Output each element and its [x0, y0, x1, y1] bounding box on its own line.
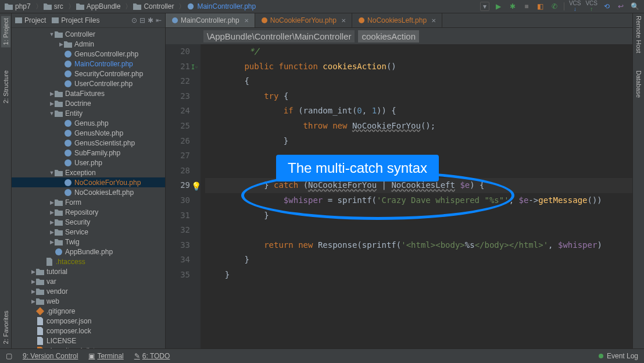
status-bar: ▢ 9: Version Control ▣Terminal ✎6: TODO … [0, 348, 644, 363]
tree-row[interactable]: ▼Exception [12, 168, 165, 177]
gutter[interactable]: 20212223242526272829303132333435I◦💡 [166, 44, 201, 348]
coverage-icon[interactable]: ◧ [536, 2, 545, 11]
breadcrumb-item[interactable]: Controller [133, 2, 174, 10]
php-icon [64, 50, 72, 58]
php-icon [64, 139, 72, 147]
listen-icon[interactable]: ✆ [550, 2, 559, 11]
dir-icon [55, 169, 63, 177]
editor-tab[interactable]: NoCookiesLeft.php✕ [352, 13, 442, 27]
vcs-commit[interactable]: VCS↑ [585, 1, 598, 12]
tree-row[interactable]: GenusNote.php [12, 128, 165, 138]
tree-row[interactable]: ▶Repository [12, 207, 165, 217]
tree-row[interactable]: GenusScientist.php [12, 138, 165, 148]
tree-row[interactable]: NoCookiesLeft.php [12, 187, 165, 197]
tree-row[interactable]: ▶var [12, 276, 165, 286]
tree-row[interactable]: ▶vendor [12, 286, 165, 296]
tree-row[interactable]: ▶Admin [12, 39, 165, 49]
project-files-tab[interactable]: Project Files [52, 16, 99, 24]
close-icon[interactable]: ✕ [341, 17, 346, 24]
php-icon [64, 80, 72, 88]
dir-icon [36, 297, 44, 305]
tree-row[interactable]: AppBundle.php [12, 247, 165, 257]
run-config-dropdown[interactable]: ▾ [480, 2, 489, 11]
rail-database[interactable]: Database [635, 70, 642, 98]
toolbar-right: ▾ ▶ ✱ ■ ◧ ✆ VCS↓ VCS↑ ⟲ ↩ 🔍 [480, 1, 639, 12]
tree-row[interactable]: GenusController.php [12, 49, 165, 59]
rail-project[interactable]: 1: Project [1, 16, 10, 47]
tree-row[interactable]: ▶Service [12, 227, 165, 237]
right-rail: Remote Host Database [632, 13, 644, 348]
revert-icon[interactable]: ↩ [616, 2, 625, 11]
tree-row[interactable]: LICENSE [12, 336, 165, 346]
tree-row[interactable]: composer.lock [12, 326, 165, 336]
rail-structure[interactable]: 2: Structure [2, 70, 9, 104]
file-tree[interactable]: ▼Controller▶AdminGenusController.phpMain… [12, 28, 165, 348]
tree-row[interactable]: phpunit.xml.dist [12, 346, 165, 348]
tree-row[interactable]: ▶DataFixtures [12, 88, 165, 98]
breadcrumb-item[interactable]: AppBundle [76, 2, 121, 10]
code-area[interactable]: 20212223242526272829303132333435I◦💡 */ p… [166, 44, 632, 348]
tree-row[interactable]: ▶Twig [12, 237, 165, 247]
lock-icon [36, 327, 44, 335]
debug-icon[interactable]: ✱ [508, 2, 517, 11]
dir-icon [36, 268, 44, 276]
php-icon [64, 179, 72, 187]
event-log[interactable]: Event Log [607, 352, 638, 360]
history-icon[interactable]: ⟲ [602, 2, 611, 11]
dir-icon [36, 287, 44, 296]
breadcrumb-item[interactable]: php7 [5, 2, 31, 10]
editor-tab[interactable]: MainController.php✕ [166, 13, 255, 27]
gear-icon[interactable]: ✱ [148, 16, 153, 24]
tree-row[interactable]: SubFamily.php [12, 148, 165, 158]
close-icon[interactable]: ✕ [244, 17, 249, 24]
breadcrumb-item[interactable]: src [44, 2, 63, 10]
editor-tab[interactable]: NoCookieForYou.php✕ [255, 13, 352, 27]
tree-row[interactable]: ▶tutorial [12, 266, 165, 276]
tree-row[interactable]: ▼Controller [12, 29, 165, 39]
tree-row[interactable]: composer.json [12, 316, 165, 326]
collapse-all-icon[interactable]: ⊟ [139, 16, 145, 24]
override-icon[interactable]: I◦ [191, 60, 198, 75]
search-icon[interactable]: 🔍 [630, 2, 639, 11]
php-icon [64, 119, 72, 127]
php-icon [64, 60, 72, 68]
tree-row[interactable]: UserController.php [12, 79, 165, 88]
hide-icon[interactable]: ⇤ [156, 16, 162, 24]
tree-row[interactable]: MainController.php [12, 59, 165, 69]
tree-row[interactable]: SecurityController.php [12, 69, 165, 79]
dir-icon [55, 90, 63, 98]
close-icon[interactable]: ✕ [431, 17, 436, 24]
breadcrumb[interactable]: \AppBundle\Controller\MainController coo… [166, 28, 632, 44]
tree-row[interactable]: ▶Doctrine [12, 98, 165, 108]
tree-row[interactable]: ▶Security [12, 217, 165, 227]
svg-point-18 [359, 17, 364, 23]
bottom-terminal[interactable]: ▣Terminal [88, 352, 123, 360]
vcs-update[interactable]: VCS↓ [569, 1, 581, 12]
tree-row[interactable]: User.php [12, 158, 165, 168]
php-icon [55, 248, 63, 256]
code-text[interactable]: */ public function cookiesAction() { try… [201, 44, 632, 348]
rail-remote-host[interactable]: Remote Host [635, 16, 642, 53]
tree-row[interactable]: ▼Entity [12, 108, 165, 118]
run-icon[interactable]: ▶ [494, 2, 503, 11]
status-ok-icon [599, 354, 603, 358]
scroll-from-source-icon[interactable]: ⊙ [131, 16, 137, 24]
tree-row[interactable]: .gitignore [12, 306, 165, 316]
bottom-todo[interactable]: ✎6: TODO [134, 352, 170, 360]
breadcrumb-item[interactable]: MainController.php [187, 2, 256, 10]
php-icon [64, 188, 72, 197]
navigation-bar: php7〉src〉AppBundle〉Controller〉MainContro… [0, 0, 644, 13]
dir-icon [55, 198, 63, 207]
project-tab[interactable]: Project [15, 16, 46, 24]
tree-row[interactable]: ▶Form [12, 197, 165, 207]
tree-row[interactable]: ▶web [12, 296, 165, 306]
tree-row[interactable]: NoCookieForYou.php [12, 177, 165, 187]
tree-row[interactable]: .htaccess [12, 257, 165, 266]
php-icon [64, 149, 72, 157]
project-sidebar: Project Project Files ⊙ ⊟ ✱ ⇤ ▼Controlle… [12, 13, 166, 348]
tree-row[interactable]: Genus.php [12, 118, 165, 128]
bottom-version-control[interactable]: 9: Version Control [23, 352, 78, 360]
rail-favorites[interactable]: 2: Favorites [2, 311, 9, 344]
tool-window-toggle[interactable]: ▢ [6, 352, 12, 360]
bulb-icon[interactable]: 💡 [191, 179, 201, 194]
